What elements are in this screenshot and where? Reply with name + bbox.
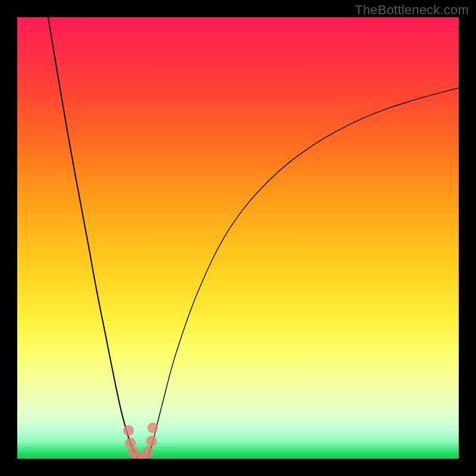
plot-area <box>17 17 459 459</box>
watermark-text: TheBottleneck.com <box>355 2 469 18</box>
right-branch-curve <box>148 88 459 458</box>
valley-marker-dot <box>123 425 134 436</box>
valley-marker-dot <box>143 446 154 457</box>
valley-marker-dot <box>146 436 157 446</box>
left-branch-curve <box>48 17 137 458</box>
valley-markers <box>123 422 158 459</box>
curve-layer <box>17 17 459 459</box>
chart-frame: TheBottleneck.com <box>0 0 476 476</box>
valley-marker-dot <box>148 422 158 433</box>
